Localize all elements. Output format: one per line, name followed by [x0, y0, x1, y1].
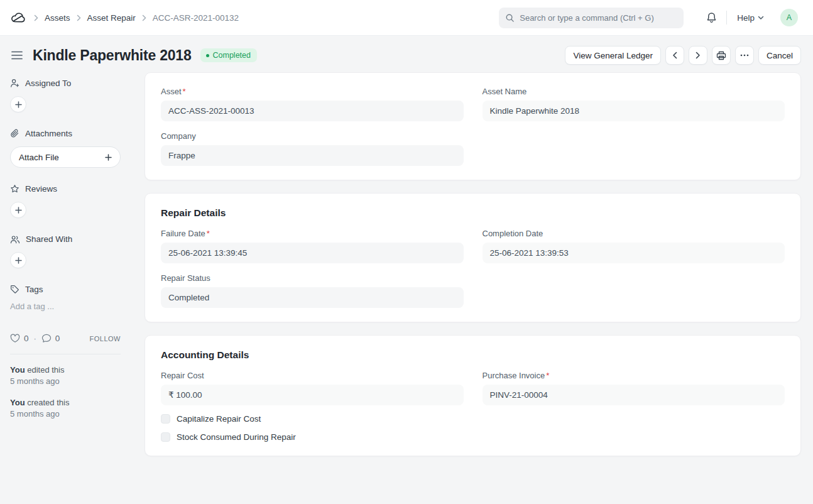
chevron-right-icon: [77, 14, 81, 21]
follow-button[interactable]: FOLLOW: [90, 335, 121, 342]
activity-action: created this: [27, 398, 69, 407]
purchase-invoice-input[interactable]: PINV-21-00004: [483, 385, 785, 405]
navbar-divider: [726, 11, 727, 25]
user-plus-icon: [10, 79, 19, 88]
repair-cost-label: Repair Cost: [161, 371, 204, 380]
help-menu[interactable]: Help: [737, 13, 764, 23]
repair-status-label: Repair Status: [161, 273, 210, 283]
add-tag-input[interactable]: Add a tag ...: [10, 302, 134, 311]
attachments-label: Attachments: [25, 129, 72, 138]
add-review-button[interactable]: [10, 202, 26, 218]
company-input[interactable]: Frappe: [161, 145, 464, 166]
asset-field: Asset* ACC-ASS-2021-00013: [161, 87, 464, 121]
frappe-cloud-logo-icon[interactable]: [10, 11, 26, 25]
accounting-details-card: Accounting Details Repair Cost ₹ 100.00 …: [145, 335, 801, 456]
attach-file-button[interactable]: Attach File: [10, 146, 121, 168]
paperclip-icon: [10, 129, 19, 138]
capitalize-repair-cost-checkbox[interactable]: [161, 414, 170, 424]
activity-timestamp: 5 months ago: [10, 408, 134, 420]
stock-consumed-row: Stock Consumed During Repair: [161, 432, 785, 442]
shared-with-section: Shared With: [10, 234, 134, 268]
heart-icon[interactable]: [10, 334, 20, 343]
help-label: Help: [737, 13, 755, 23]
plus-icon: [105, 154, 112, 161]
failure-date-field: Failure Date* 25-06-2021 13:39:45: [161, 229, 464, 263]
breadcrumb-current-doc: ACC-ASR-2021-00132: [153, 13, 239, 23]
search-icon: [505, 13, 515, 23]
next-document-button[interactable]: [689, 46, 707, 65]
completion-date-field: Completion Date 25-06-2021 13:39:53: [483, 229, 785, 263]
purchase-invoice-label: Purchase Invoice: [483, 371, 545, 380]
reviews-label: Reviews: [25, 184, 57, 194]
stock-consumed-checkbox[interactable]: [161, 432, 170, 442]
add-assignment-button[interactable]: [10, 96, 26, 112]
tag-icon: [10, 285, 19, 294]
activity-action: edited this: [27, 365, 64, 375]
previous-document-button[interactable]: [665, 46, 684, 65]
activity-created: You created this 5 months ago: [10, 397, 134, 420]
sidebar-toggle-icon[interactable]: [10, 50, 24, 61]
breadcrumb: Assets Asset Repair ACC-ASR-2021-00132: [34, 13, 239, 23]
repair-cost-input[interactable]: ₹ 100.00: [161, 385, 464, 405]
breadcrumb-asset-repair[interactable]: Asset Repair: [87, 13, 136, 23]
tags-label: Tags: [25, 285, 43, 294]
company-field: Company Frappe: [161, 131, 464, 166]
required-asterisk: *: [546, 371, 549, 380]
asset-name-field: Asset Name Kindle Paperwhite 2018: [483, 87, 785, 121]
page-header: Kindle Paperwhite 2018 Completed View Ge…: [0, 36, 813, 72]
asset-input[interactable]: ACC-ASS-2021-00013: [161, 101, 464, 121]
sidebar-divider: [10, 354, 121, 354]
shared-with-label: Shared With: [26, 234, 72, 244]
status-badge: Completed: [200, 48, 257, 62]
cancel-button[interactable]: Cancel: [758, 46, 801, 65]
company-label: Company: [161, 131, 196, 141]
comments-count[interactable]: 0: [55, 334, 60, 343]
repair-details-card: Repair Details Failure Date* 25-06-2021 …: [145, 193, 801, 322]
user-avatar[interactable]: A: [780, 9, 798, 26]
stock-consumed-label: Stock Consumed During Repair: [177, 432, 296, 442]
completion-date-label: Completion Date: [483, 229, 543, 238]
form-body: Asset* ACC-ASS-2021-00013 Asset Name Kin…: [145, 72, 801, 469]
attach-file-label: Attach File: [19, 153, 59, 162]
navbar-right: Help A: [499, 8, 798, 28]
search-input[interactable]: [520, 13, 677, 23]
chevron-down-icon: [758, 16, 764, 20]
failure-date-input[interactable]: 25-06-2021 13:39:45: [161, 243, 464, 263]
status-dot-icon: [206, 54, 209, 57]
capitalize-repair-cost-row: Capitalize Repair Cost: [161, 414, 785, 424]
assigned-to-section: Assigned To: [10, 79, 134, 112]
tags-section: Tags Add a tag ...: [10, 285, 134, 311]
repair-status-select[interactable]: Completed: [161, 287, 464, 308]
page-title: Kindle Paperwhite 2018: [33, 47, 192, 64]
view-general-ledger-button[interactable]: View General Ledger: [565, 46, 661, 65]
asset-name-input[interactable]: Kindle Paperwhite 2018: [483, 101, 785, 121]
navbar: Assets Asset Repair ACC-ASR-2021-00132 H…: [0, 0, 813, 36]
activity-actor: You: [10, 398, 25, 407]
likes-count[interactable]: 0: [24, 334, 29, 343]
chevron-right-icon: [34, 14, 38, 21]
chevron-right-icon: [142, 14, 146, 21]
breadcrumb-assets[interactable]: Assets: [45, 13, 70, 23]
title-actions: View General Ledger Cancel: [565, 46, 801, 65]
repair-cost-field: Repair Cost ₹ 100.00: [161, 371, 464, 405]
notifications-bell-icon[interactable]: [706, 12, 717, 23]
activity-actor: You: [10, 365, 25, 375]
print-button[interactable]: [712, 46, 731, 65]
menu-ellipsis-button[interactable]: [735, 46, 754, 65]
status-label: Completed: [213, 51, 251, 60]
assigned-to-label: Assigned To: [25, 79, 71, 88]
accounting-details-title: Accounting Details: [161, 349, 785, 361]
avatar-letter: A: [787, 13, 792, 22]
repair-status-field: Repair Status Completed: [161, 273, 464, 308]
completion-date-input[interactable]: 25-06-2021 13:39:53: [483, 243, 785, 263]
asset-name-label: Asset Name: [483, 87, 527, 96]
add-share-button[interactable]: [10, 252, 26, 268]
star-icon: [10, 184, 19, 194]
reactions-separator: ·: [34, 334, 36, 343]
document-reactions: 0 · 0 FOLLOW: [10, 334, 121, 343]
asset-label: Asset: [161, 87, 182, 96]
comment-icon[interactable]: [41, 334, 52, 343]
failure-date-label: Failure Date: [161, 229, 205, 238]
form-sidebar: Assigned To Attachments Attach File: [10, 72, 134, 430]
global-search[interactable]: [499, 8, 684, 28]
